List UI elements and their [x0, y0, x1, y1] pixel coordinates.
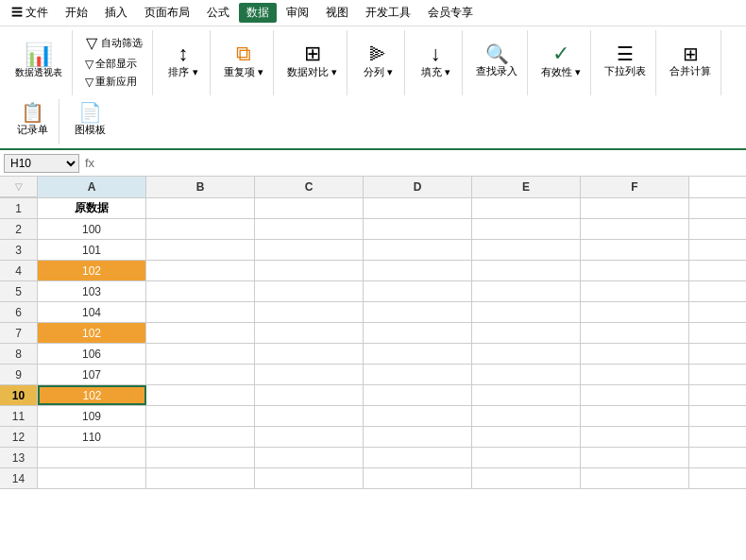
cell-b-11[interactable]	[146, 406, 255, 426]
menu-dev[interactable]: 开发工具	[358, 3, 418, 23]
cell-f-8[interactable]	[581, 344, 689, 364]
cell-e-13[interactable]	[472, 448, 581, 467]
cell-b-8[interactable]	[146, 344, 255, 364]
menu-view[interactable]: 视图	[318, 3, 356, 23]
duplicate-button[interactable]: ⧉ 重复项 ▾	[220, 32, 267, 90]
cell-b-7[interactable]	[146, 323, 255, 343]
cell-d-9[interactable]	[364, 365, 472, 384]
cell-c-9[interactable]	[255, 365, 364, 384]
col-header-f[interactable]: F	[581, 177, 689, 197]
menu-data[interactable]: 数据	[239, 3, 277, 23]
dropdown-list-button[interactable]: ☰ 下拉列表	[601, 32, 650, 90]
cell-f-11[interactable]	[581, 406, 689, 426]
row-number[interactable]: 6	[0, 302, 38, 322]
cell-d-2[interactable]	[364, 219, 472, 239]
cell-b-4[interactable]	[146, 261, 255, 280]
cell-reference-select[interactable]: H10	[4, 154, 79, 173]
reapply-button[interactable]: ▽ 重新应用	[82, 74, 146, 90]
menu-layout[interactable]: 页面布局	[137, 3, 197, 23]
cell-f-9[interactable]	[581, 365, 689, 384]
cell-c-4[interactable]	[255, 261, 364, 280]
merge-calc-button[interactable]: ⊞ 合并计算	[666, 32, 715, 90]
cell-e-9[interactable]	[472, 365, 581, 384]
cell-c-1[interactable]	[255, 198, 364, 218]
fill-button[interactable]: ↓ 填充 ▾	[415, 32, 456, 90]
menu-start[interactable]: 开始	[58, 3, 95, 23]
cell-f-3[interactable]	[581, 240, 689, 260]
cell-a-3[interactable]: 101	[38, 240, 146, 260]
cell-f-5[interactable]	[581, 281, 689, 301]
cell-e-8[interactable]	[472, 344, 581, 364]
row-number[interactable]: 10	[0, 385, 38, 405]
cell-e-12[interactable]	[472, 427, 581, 447]
formula-input[interactable]	[100, 157, 742, 170]
cell-c-13[interactable]	[255, 448, 364, 467]
cell-b-6[interactable]	[146, 302, 255, 322]
cell-a-10[interactable]: 102	[38, 385, 146, 405]
validity-button[interactable]: ✓ 有效性 ▾	[537, 32, 585, 90]
cell-a-4[interactable]: 102	[38, 261, 146, 280]
menu-insert[interactable]: 插入	[97, 3, 135, 23]
row-number[interactable]: 3	[0, 240, 38, 260]
col-header-c[interactable]: C	[255, 177, 364, 197]
cell-c-8[interactable]	[255, 344, 364, 364]
row-number[interactable]: 4	[0, 261, 38, 280]
menu-review[interactable]: 审阅	[279, 3, 316, 23]
cell-c-3[interactable]	[255, 240, 364, 260]
cell-d-13[interactable]	[364, 448, 472, 467]
cell-e-3[interactable]	[472, 240, 581, 260]
cell-e-10[interactable]	[472, 385, 581, 405]
row-number[interactable]: 11	[0, 406, 38, 426]
cell-f-1[interactable]	[581, 198, 689, 218]
col-header-d[interactable]: D	[364, 177, 472, 197]
cell-a-9[interactable]: 107	[38, 365, 146, 384]
cell-e-14[interactable]	[472, 468, 581, 488]
row-number[interactable]: 14	[0, 468, 38, 488]
cell-f-2[interactable]	[581, 219, 689, 239]
show-all-button[interactable]: ▽ 全部显示	[82, 56, 146, 72]
cell-a-2[interactable]: 100	[38, 219, 146, 239]
row-number[interactable]: 2	[0, 219, 38, 239]
cell-c-14[interactable]	[255, 468, 364, 488]
cell-d-5[interactable]	[364, 281, 472, 301]
cell-c-10[interactable]	[255, 385, 364, 405]
cell-a-6[interactable]: 104	[38, 302, 146, 322]
sort-button[interactable]: ↕ 排序 ▾	[162, 32, 204, 90]
cell-d-7[interactable]	[364, 323, 472, 343]
menu-file[interactable]: ☰ 文件	[4, 3, 56, 23]
cell-b-3[interactable]	[146, 240, 255, 260]
record-button[interactable]: 📋 记录单	[11, 101, 53, 139]
lookup-button[interactable]: 🔍 查找录入	[472, 32, 521, 90]
cell-e-1[interactable]	[472, 198, 581, 218]
row-number[interactable]: 5	[0, 281, 38, 301]
cell-b-5[interactable]	[146, 281, 255, 301]
cell-b-2[interactable]	[146, 219, 255, 239]
col-header-b[interactable]: B	[146, 177, 255, 197]
cell-a-7[interactable]: 102	[38, 323, 146, 343]
cell-f-10[interactable]	[581, 385, 689, 405]
cell-d-11[interactable]	[364, 406, 472, 426]
cell-e-2[interactable]	[472, 219, 581, 239]
cell-d-14[interactable]	[364, 468, 472, 488]
cell-b-9[interactable]	[146, 365, 255, 384]
cell-e-4[interactable]	[472, 261, 581, 280]
cell-a-14[interactable]	[38, 468, 146, 488]
menu-formula[interactable]: 公式	[199, 3, 237, 23]
cell-c-12[interactable]	[255, 427, 364, 447]
split-button[interactable]: ⫸ 分列 ▾	[357, 32, 398, 90]
cell-f-6[interactable]	[581, 302, 689, 322]
cell-c-6[interactable]	[255, 302, 364, 322]
cell-e-11[interactable]	[472, 406, 581, 426]
cell-d-10[interactable]	[364, 385, 472, 405]
cell-d-8[interactable]	[364, 344, 472, 364]
cell-a-5[interactable]: 103	[38, 281, 146, 301]
cell-f-12[interactable]	[581, 427, 689, 447]
cell-a-13[interactable]	[38, 448, 146, 467]
cell-b-13[interactable]	[146, 448, 255, 467]
compare-button[interactable]: ⊞ 数据对比 ▾	[283, 32, 341, 90]
row-number[interactable]: 7	[0, 323, 38, 343]
menu-member[interactable]: 会员专享	[420, 3, 481, 23]
cell-a-11[interactable]: 109	[38, 406, 146, 426]
cell-e-7[interactable]	[472, 323, 581, 343]
cell-d-3[interactable]	[364, 240, 472, 260]
